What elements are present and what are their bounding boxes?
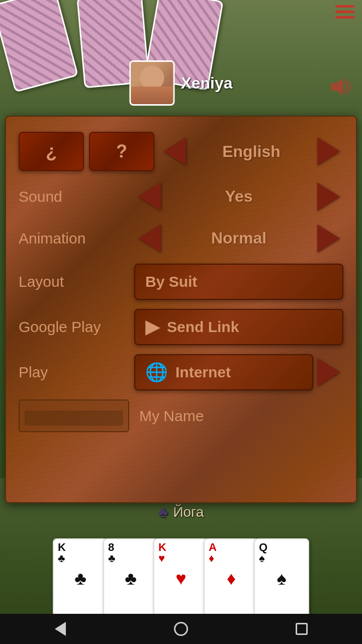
card-rank-suit-2: 8♣ — [108, 542, 115, 564]
home-icon — [174, 622, 188, 636]
sound-row: Sound Yes — [19, 180, 343, 213]
card-rank-suit-5: Q♠ — [259, 542, 267, 564]
play-mode-label: Internet — [175, 364, 231, 381]
play-store-icon: ▶ — [145, 316, 159, 338]
card-rank-suit-1: K♣ — [58, 542, 66, 564]
opponent-name: Xeniya — [180, 74, 232, 93]
arrow-left-icon — [163, 137, 186, 166]
sound-prev-btn[interactable] — [134, 180, 164, 213]
sound-controls: Yes — [134, 180, 343, 213]
animation-label: Animation — [19, 230, 134, 247]
globe-icon: 🌐 — [145, 362, 168, 383]
animation-row: Animation Normal — [19, 222, 343, 255]
card-rank-suit-4: A♦ — [209, 542, 217, 564]
play-row: Play 🌐 Internet — [19, 354, 343, 390]
recent-apps-icon — [296, 623, 308, 635]
animation-next-btn[interactable] — [313, 222, 343, 255]
arrow-left-icon — [138, 224, 161, 253]
sound-label: Sound — [19, 188, 134, 205]
card-k-clubs[interactable]: K♣ ♣ — [53, 538, 108, 619]
card-center-1: ♣ — [74, 568, 86, 589]
animation-controls: Normal — [134, 222, 343, 255]
opponent-avatar-face — [131, 62, 173, 104]
layout-value: By Suit — [145, 273, 197, 290]
menu-bar-1 — [335, 5, 354, 8]
sound-next-btn[interactable] — [313, 180, 343, 213]
help-icon-btn-1[interactable]: ¿ — [19, 132, 84, 171]
layout-label: Layout — [19, 273, 134, 290]
card-a-diamonds[interactable]: A♦ ♦ — [204, 538, 259, 619]
card-k-hearts[interactable]: K♥ ♥ — [153, 538, 209, 619]
google-play-label: Google Play — [19, 318, 134, 336]
layout-button[interactable]: By Suit — [134, 264, 343, 300]
menu-icon[interactable] — [335, 5, 354, 19]
animation-prev-btn[interactable] — [134, 222, 164, 255]
club-icon: ♣ — [158, 504, 168, 521]
android-nav-bar — [0, 614, 362, 644]
menu-bar-2 — [335, 11, 354, 13]
card-center-5: ♠ — [277, 568, 286, 589]
send-link-button[interactable]: ▶ Send Link — [134, 309, 343, 345]
name-input-inner — [25, 411, 123, 426]
menu-bar-3 — [335, 16, 354, 19]
my-name-row: My Name — [19, 399, 343, 432]
opponent-area: Xeniya — [129, 60, 232, 106]
language-next-btn[interactable] — [313, 135, 343, 168]
arrow-right-icon — [317, 224, 340, 253]
language-controls: English — [159, 135, 343, 168]
nav-home-button[interactable] — [161, 616, 201, 641]
card-8-clubs[interactable]: 8♣ ♣ — [103, 538, 158, 619]
internet-button[interactable]: 🌐 Internet — [134, 354, 313, 390]
card-center-4: ♦ — [227, 568, 236, 589]
nav-back-button[interactable] — [40, 616, 80, 641]
card-back-left — [0, 0, 78, 93]
sound-icon[interactable] — [327, 75, 352, 103]
my-name-label: My Name — [139, 408, 204, 425]
card-q-spades[interactable]: Q♠ ♠ — [254, 538, 309, 619]
player-label-area: ♣ Йога — [158, 504, 204, 521]
arrow-right-icon — [317, 358, 340, 386]
card-center-3: ♥ — [175, 568, 186, 589]
player-name: Йога — [173, 504, 204, 520]
card-center-2: ♣ — [125, 568, 137, 589]
language-prev-btn[interactable] — [159, 135, 190, 168]
animation-value: Normal — [164, 229, 313, 248]
play-label: Play — [19, 364, 134, 381]
sound-value: Yes — [164, 187, 313, 206]
help-icon-btn-2[interactable]: ? — [89, 132, 154, 171]
name-input-box[interactable] — [19, 399, 129, 432]
google-play-row: Google Play ▶ Send Link — [19, 309, 343, 345]
play-controls: 🌐 Internet — [134, 354, 343, 390]
nav-recent-button[interactable] — [282, 616, 322, 641]
arrow-left-icon — [138, 183, 161, 211]
back-icon — [55, 622, 66, 636]
language-value: English — [190, 142, 313, 161]
arrow-right-icon — [317, 183, 340, 211]
layout-row: Layout By Suit — [19, 264, 343, 300]
opponent-avatar — [129, 60, 174, 106]
send-link-label: Send Link — [167, 318, 239, 336]
card-rank-suit-3: K♥ — [158, 542, 166, 564]
arrow-right-icon — [317, 137, 340, 166]
play-next-btn[interactable] — [313, 356, 343, 389]
language-row: ¿ ? English — [19, 132, 343, 171]
settings-panel: ¿ ? English Sound Yes Anima — [5, 116, 357, 503]
